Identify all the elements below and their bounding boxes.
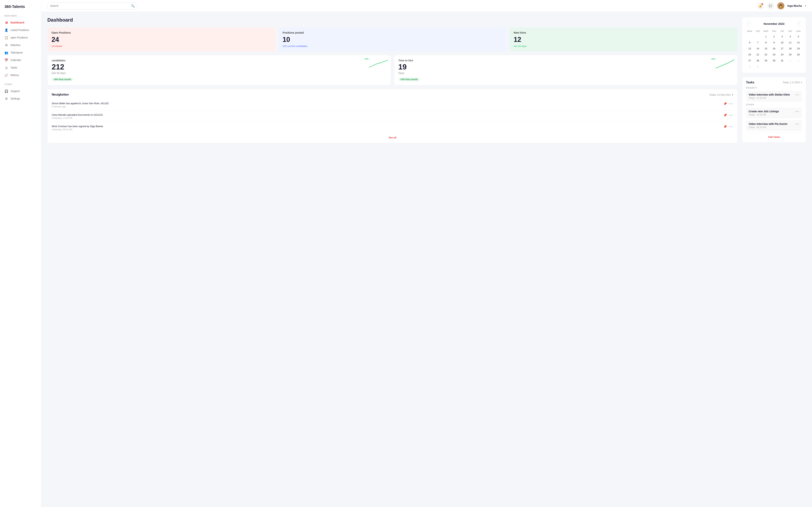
news-item: Work Contract has been signed by Olga Bl… [52,122,733,133]
calendar-day[interactable]: 21 [755,52,761,57]
sidebar-item-matches[interactable]: ⚙Matches [0,41,41,49]
calendar-day[interactable]: 15 [763,46,769,51]
pin-icon[interactable]: 📌 [723,102,727,106]
metric-badge-candidates: +9% Past month [52,77,73,81]
stat-label-positions-posted: Positions posted [283,31,502,34]
sidebar-item-tasks[interactable]: ◎Tasks [0,64,41,71]
sidebar-item-metrics[interactable]: 📈Metrics [0,71,41,79]
calendar-day[interactable]: 28 [755,58,761,63]
calendar-day[interactable]: 29 [763,58,769,63]
calendar-day[interactable]: 23 [771,52,777,57]
calendar-day-label: FRI [778,29,786,33]
sidebar-item-dashboard[interactable]: ⊞Dashboard [0,19,41,26]
calendar-day[interactable]: 7 [755,40,761,45]
stat-label-open-positions: Open Positions [51,31,271,34]
calendar-day[interactable]: 1 [763,34,769,39]
task-menu-button[interactable]: ••• [795,93,799,97]
metric-footer-time-to-hire: +5% Past month [398,77,733,81]
calendar-day[interactable]: 4 [755,64,761,69]
messages-button[interactable]: 💬 [767,2,774,9]
calendar-day[interactable]: 25 [788,52,793,57]
sidebar-label-dashboard: Dashboard [10,21,24,24]
metric-card-time-to-hire: +5% ↑ Time to hire 19 Days +5% Past mont… [394,55,738,85]
calendar-day[interactable]: 31 [779,58,785,63]
news-item-time: Yesterday, 12:30 PM [52,117,103,119]
news-item-text: Simon Bellin has applied to Junior Dev R… [52,102,109,105]
tasks-title: Tasks [746,81,754,84]
metric-value-candidates: 212 [52,63,387,71]
calendar-day[interactable]: 8 [763,40,769,45]
sidebar-item-support[interactable]: 🎧Support [0,87,41,95]
task-menu-button[interactable]: ••• [795,110,799,113]
sidebar-label-metrics: Metrics [10,74,19,76]
calendar-day[interactable]: 24 [779,52,785,57]
content-right: ‹ November 2023 › MONTUEWEDTHUFRISATSUN1… [742,17,806,502]
sidebar-item-calender[interactable]: 📅Calender [0,56,41,64]
calendar-day[interactable]: 4 [788,34,793,39]
news-title: Neuigkeiten [52,93,69,96]
calendar: ‹ November 2023 › MONTUEWEDTHUFRISATSUN1… [742,17,806,73]
sidebar-item-talentpool[interactable]: 👥Talentpool [0,49,41,56]
stat-value-open-positions: 24 [51,36,271,44]
add-tasks-link[interactable]: Add Tasks [746,133,802,138]
task-time: Today · 10.30 AM [749,113,779,116]
search-bar[interactable]: 🔍 [47,2,138,9]
calendar-day[interactable]: 26 [796,52,801,57]
calendar-day[interactable]: 6 [747,40,752,45]
avatar-image: 👩 [777,2,784,9]
calendar-day[interactable]: 18 [788,46,793,51]
calendar-day[interactable]: 9 [771,40,777,45]
task-menu-button[interactable]: ••• [795,122,799,126]
calendar-day[interactable]: 2 [796,58,801,63]
calendar-header: ‹ November 2023 › [746,21,802,26]
tasks-date[interactable]: Today, 1.11.2023 ▾ [783,81,802,84]
calendar-day[interactable]: 12 [796,40,801,45]
notifications-button[interactable]: 🔔 [757,2,764,9]
calendar-day[interactable]: 5 [796,34,801,39]
calendar-next-button[interactable]: › [797,21,802,26]
sidebar-label-support: Support [10,90,20,93]
sidebar-item-settings[interactable]: ⚙Settings [0,95,41,102]
calendar-day[interactable]: 17 [779,46,785,51]
calendar-day[interactable]: 3 [779,34,785,39]
news-item-menu-button[interactable]: ••• [729,114,733,117]
pin-icon[interactable]: 📌 [723,125,727,128]
calendar-day[interactable]: 3 [747,64,752,69]
stat-label-new-hires: New hires [514,31,733,34]
calendar-day[interactable]: 19 [796,46,801,51]
metric-unit-candidates: last 30 days [52,71,387,74]
metric-card-candidates: +9% ↑ candidates 212 last 30 days +9% Pa… [47,55,391,85]
news-item-menu-button[interactable]: ••• [729,102,733,106]
metric-label-time-to-hire: Time to hire [398,59,733,62]
calendar-day[interactable]: 13 [747,46,752,51]
calendar-prev-button[interactable]: ‹ [746,21,751,26]
search-input[interactable] [50,4,130,7]
see-all-link[interactable]: See all [52,133,733,139]
calendar-day[interactable]: 11 [788,40,793,45]
calendar-day[interactable]: 30 [771,58,777,63]
metric-cards: +9% ↑ candidates 212 last 30 days +9% Pa… [47,55,738,85]
sidebar-item-open-positions[interactable]: 📋open Positions [0,34,41,41]
calendar-day[interactable]: 10 [779,40,785,45]
calender-icon: 📅 [4,58,8,62]
news-date[interactable]: Today, 13 Sep 2021 ▾ [709,93,733,96]
sidebar-item-listed-positions[interactable]: 👤Listed Positions [0,26,41,34]
calendar-day[interactable]: 20 [747,52,752,57]
dashboard-icon: ⊞ [4,21,8,24]
header: 🔍 🔔 💬 👩 Inga Mucha ▾ [41,0,812,12]
news-item-actions: 📌 ••• [723,102,733,106]
calendar-month: November 2023 [764,22,784,25]
calendar-day[interactable]: 2 [771,34,777,39]
calendar-day[interactable]: 27 [747,58,752,63]
calendar-day-label: WED [762,29,769,33]
metric-label-candidates: candidates [52,59,387,62]
calendar-day[interactable]: 14 [755,46,761,51]
calendar-day[interactable]: 1 [788,58,793,63]
news-item-menu-button[interactable]: ••• [729,125,733,128]
calendar-day[interactable]: 16 [771,46,777,51]
user-chevron-icon[interactable]: ▾ [805,4,806,7]
sidebar-label-settings: Settings [10,97,20,100]
header-right: 🔔 💬 👩 Inga Mucha ▾ [757,2,806,9]
pin-icon[interactable]: 📌 [723,113,727,117]
calendar-day[interactable]: 22 [763,52,769,57]
